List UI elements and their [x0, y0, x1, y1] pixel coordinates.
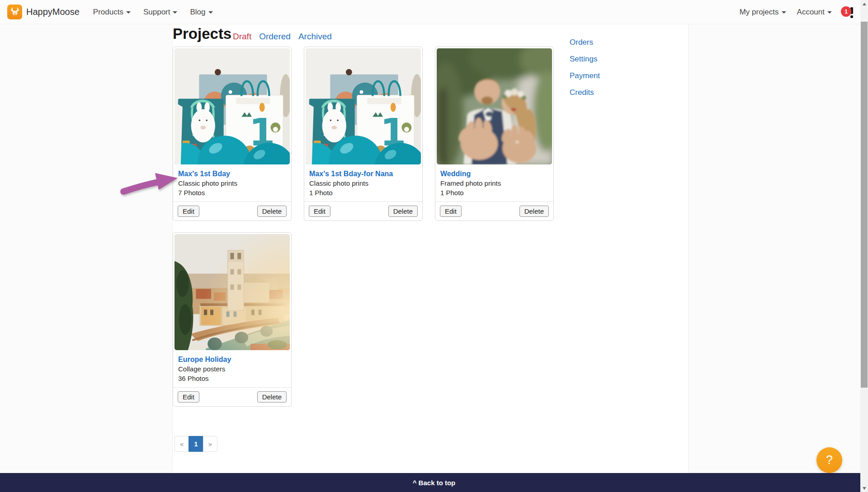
brand-home-link[interactable]: HappyMoose	[7, 5, 80, 19]
project-thumbnail-birthday[interactable]: 1	[306, 48, 421, 164]
sidebar-item-payment[interactable]: Payment	[570, 71, 600, 80]
delete-button[interactable]: Delete	[388, 206, 418, 217]
list-item: Orders	[570, 38, 600, 47]
nav-item-label: Account	[797, 8, 825, 17]
project-card-body: Europe Holiday Collage posters 36 Photos	[173, 351, 291, 387]
scrollbar-thumb[interactable]	[861, 22, 868, 388]
pagination-next[interactable]: »	[203, 436, 217, 452]
project-card-body: Max's 1st Bday Classic photo prints 7 Ph…	[173, 166, 291, 201]
project-product-type: Classic photo prints	[178, 178, 286, 188]
nav-item-account[interactable]: Account	[792, 4, 837, 20]
project-thumbnail-city[interactable]	[175, 234, 290, 350]
project-filter-tabs: Draft Ordered Archived	[233, 32, 332, 42]
list-item: Credits	[570, 88, 600, 97]
tab-archived[interactable]: Archived	[298, 32, 332, 42]
edit-button[interactable]: Edit	[440, 206, 462, 217]
project-card-body: Wedding Framed photo prints 1 Photo	[435, 166, 553, 201]
project-thumbnail-wedding[interactable]	[437, 48, 552, 164]
project-card: 1 Max's 1st Bday-for Nana Classic photo …	[304, 47, 423, 221]
nav-item-label: Blog	[190, 8, 205, 17]
top-navbar: HappyMoose Products Support Blog My proj…	[0, 0, 868, 24]
sidebar-item-settings[interactable]: Settings	[570, 55, 597, 63]
tab-ordered[interactable]: Ordered	[259, 32, 291, 42]
project-title-link[interactable]: Wedding	[440, 169, 471, 178]
annotation-arrow	[119, 169, 179, 198]
edit-button[interactable]: Edit	[178, 206, 199, 217]
help-button[interactable]: ?	[816, 447, 842, 473]
project-thumbnail-birthday[interactable]: 1	[175, 48, 290, 164]
happymoose-logo-icon	[7, 5, 22, 19]
notification-indicator[interactable]: 1	[841, 5, 854, 19]
pagination-page-1[interactable]: 1	[189, 436, 203, 452]
triangle-down-icon	[863, 487, 866, 490]
project-photo-count: 36 Photos	[178, 374, 286, 383]
nav-item-my-projects[interactable]: My projects	[734, 4, 792, 20]
sidebar-item-orders[interactable]: Orders	[570, 38, 593, 47]
triangle-up-icon	[863, 3, 866, 5]
page-footer: ^ Back to top	[0, 473, 868, 492]
projects-grid: 1 Max's 1st Bday Classic photo prints 7 …	[173, 47, 557, 407]
vertical-scrollbar[interactable]	[860, 0, 868, 492]
account-nav: My projects Account 1	[734, 4, 854, 20]
brand-name: HappyMoose	[26, 7, 80, 17]
project-title-link[interactable]: Max's 1st Bday	[178, 169, 230, 178]
project-card: Wedding Framed photo prints 1 Photo Edit…	[435, 47, 554, 221]
account-quick-links: Orders Settings Payment Credits	[570, 38, 600, 105]
project-card-footer: Edit Delete	[173, 201, 291, 220]
sidebar-item-credits[interactable]: Credits	[570, 88, 594, 97]
project-product-type: Classic photo prints	[309, 178, 417, 188]
chevron-down-icon	[782, 11, 786, 14]
project-card-footer: Edit Delete	[173, 387, 291, 406]
tab-draft[interactable]: Draft	[233, 32, 251, 42]
project-product-type: Framed photo prints	[440, 178, 548, 188]
exclamation-icon-dot	[850, 15, 853, 18]
delete-button[interactable]: Delete	[257, 391, 287, 403]
project-photo-count: 1 Photo	[309, 188, 417, 197]
project-card-footer: Edit Delete	[435, 201, 553, 220]
chevron-down-icon	[126, 11, 131, 14]
list-item: Payment	[570, 71, 600, 80]
delete-button[interactable]: Delete	[257, 206, 287, 217]
back-to-top-link[interactable]: ^ Back to top	[413, 479, 456, 487]
nav-item-blog[interactable]: Blog	[184, 4, 218, 20]
nav-item-label: Support	[143, 8, 170, 17]
pagination: « 1 »	[175, 436, 217, 452]
edit-button[interactable]: Edit	[178, 391, 199, 403]
project-card: 1 Max's 1st Bday Classic photo prints 7 …	[173, 47, 292, 221]
project-title-link[interactable]: Europe Holiday	[178, 355, 231, 364]
project-card-body: Max's 1st Bday-for Nana Classic photo pr…	[304, 166, 422, 201]
nav-item-products[interactable]: Products	[88, 4, 136, 20]
nav-item-label: My projects	[740, 8, 779, 17]
project-card-footer: Edit Delete	[304, 201, 422, 220]
project-photo-count: 7 Photos	[178, 188, 286, 197]
main-nav: Products Support Blog	[88, 4, 218, 20]
scroll-down-button[interactable]	[860, 484, 868, 492]
chevron-down-icon	[827, 11, 832, 14]
page-title: Projects	[173, 25, 231, 42]
chevron-down-icon	[173, 11, 177, 14]
project-title-link[interactable]: Max's 1st Bday-for Nana	[309, 169, 393, 178]
notification-badge: 1	[841, 6, 851, 17]
scroll-up-button[interactable]	[860, 0, 868, 8]
project-product-type: Collage posters	[178, 364, 286, 374]
nav-item-label: Products	[93, 8, 123, 17]
project-card: Europe Holiday Collage posters 36 Photos…	[173, 232, 292, 407]
nav-item-support[interactable]: Support	[138, 4, 183, 20]
page: HappyMoose Products Support Blog My proj…	[0, 0, 868, 492]
delete-button[interactable]: Delete	[519, 206, 549, 217]
pagination-previous[interactable]: «	[175, 436, 189, 452]
edit-button[interactable]: Edit	[309, 206, 330, 217]
chevron-down-icon	[208, 11, 213, 14]
project-photo-count: 1 Photo	[440, 188, 548, 197]
list-item: Settings	[570, 55, 600, 64]
